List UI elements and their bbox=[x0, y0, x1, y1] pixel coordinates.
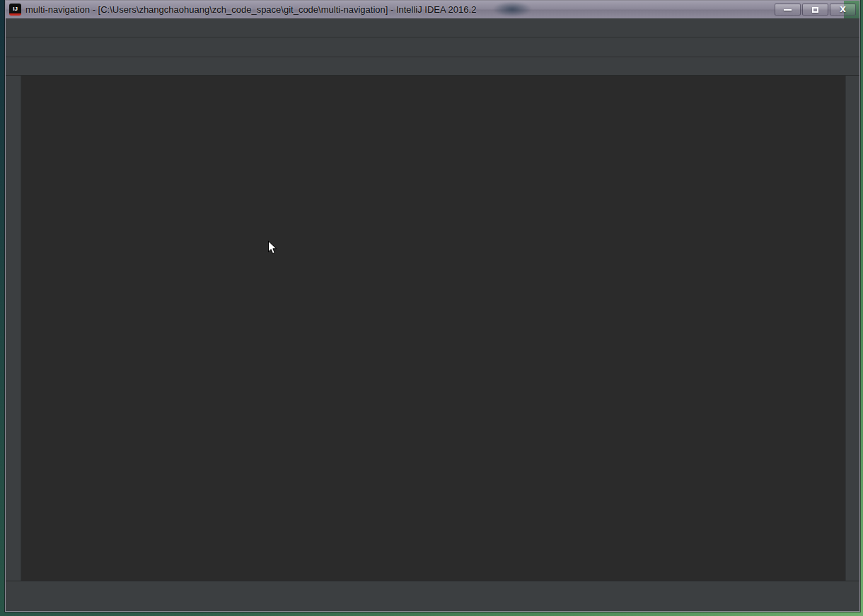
mouse-cursor bbox=[267, 240, 278, 258]
left-tool-stripe bbox=[6, 76, 21, 581]
minimize-button[interactable] bbox=[775, 4, 801, 16]
maximize-button[interactable] bbox=[802, 4, 828, 16]
right-tool-stripe bbox=[845, 76, 859, 581]
close-icon: X bbox=[840, 5, 845, 14]
desktop-background: IJ multi-navigation - [C:\Users\zhangcha… bbox=[0, 0, 863, 616]
ide-window: IJ multi-navigation - [C:\Users\zhangcha… bbox=[5, 0, 860, 612]
title-bar[interactable]: IJ multi-navigation - [C:\Users\zhangcha… bbox=[6, 1, 859, 18]
close-button[interactable]: X bbox=[830, 4, 856, 16]
minimize-icon bbox=[784, 9, 792, 11]
menu-bar bbox=[6, 18, 859, 37]
tool-window-bar bbox=[6, 581, 859, 596]
main-area bbox=[6, 76, 859, 581]
status-bar bbox=[6, 596, 859, 611]
window-controls: X bbox=[775, 4, 856, 16]
breadcrumb bbox=[6, 57, 859, 76]
main-toolbar bbox=[6, 37, 859, 57]
window-title: multi-navigation - [C:\Users\zhangchaohu… bbox=[25, 4, 476, 15]
intellij-logo-icon: IJ bbox=[9, 4, 21, 16]
editor-area[interactable] bbox=[21, 76, 845, 581]
maximize-icon bbox=[812, 7, 818, 13]
glass-reflection bbox=[492, 1, 532, 17]
